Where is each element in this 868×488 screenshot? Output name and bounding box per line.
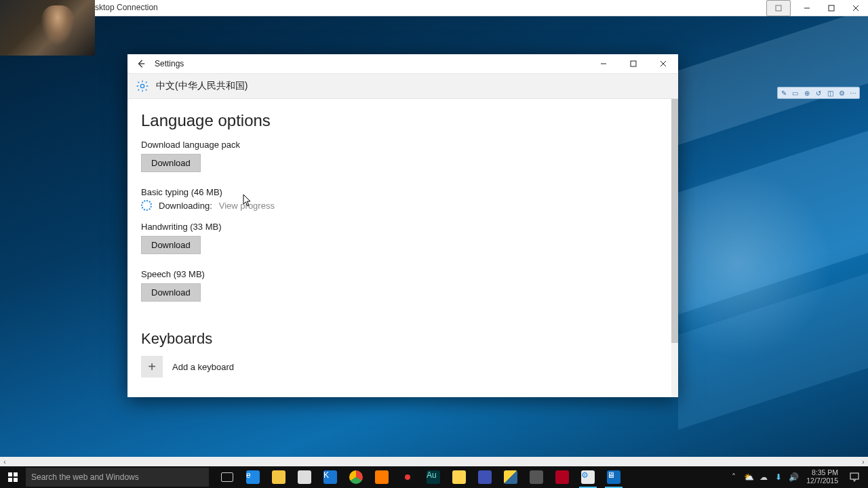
settings-titlebar: Settings <box>127 54 678 73</box>
action-center-button[interactable] <box>845 466 864 488</box>
rdc-close-button[interactable] <box>844 0 868 16</box>
svg-rect-13 <box>8 478 12 482</box>
language-name: 中文(中华人民共和国) <box>156 80 248 92</box>
taskbar-app-k[interactable]: K <box>317 466 343 488</box>
taskbar-app-settings[interactable]: ⚙ <box>575 466 601 488</box>
taskbar-app-rdc[interactable]: 🖥 <box>601 466 627 488</box>
svg-rect-14 <box>14 478 18 482</box>
annotation-toolbar[interactable]: ✎ ▭ ⊕ ↺ ◫ ⚙ ⋯ <box>777 87 860 99</box>
svg-rect-0 <box>776 5 781 11</box>
tool-icon[interactable]: ↺ <box>814 89 823 97</box>
settings-close-button[interactable] <box>648 54 678 73</box>
taskbar-app-grid[interactable] <box>524 466 549 488</box>
webcam-overlay <box>0 0 95 56</box>
rdc-title: sktop Connection <box>95 3 158 12</box>
speech-label: Speech (93 MB) <box>141 269 665 279</box>
start-button[interactable] <box>0 466 26 488</box>
svg-rect-2 <box>829 5 834 11</box>
taskbar-app-blocks[interactable] <box>472 466 498 488</box>
taskbar: Search the web and Windows e K Au ⚙ 🖥 ˄ … <box>0 466 868 488</box>
scrollbar[interactable] <box>671 99 678 397</box>
settings-body: Language options Download language pack … <box>127 99 678 397</box>
taskbar-app-notes[interactable] <box>446 466 472 488</box>
settings-minimize-button[interactable] <box>589 54 618 73</box>
taskbar-app-orange[interactable] <box>369 466 395 488</box>
rdc-minimize-button[interactable] <box>795 0 819 16</box>
tray-volume-icon[interactable]: 🔊 <box>787 471 800 483</box>
taskbar-date: 12/7/2015 <box>806 477 838 485</box>
tool-icon[interactable]: ✎ <box>780 89 788 97</box>
search-placeholder: Search the web and Windows <box>31 472 139 482</box>
settings-window: Settings 中文(中华人民共和国) Language options Do… <box>127 54 678 397</box>
remote-desktop: ✎ ▭ ⊕ ↺ ◫ ⚙ ⋯ Settings <box>0 16 868 466</box>
taskbar-clock[interactable]: 8:35 PM 12/7/2015 <box>802 469 842 485</box>
svg-point-10 <box>140 84 144 87</box>
download-lang-pack-button[interactable]: Download <box>141 154 201 172</box>
tool-icon[interactable]: ⋯ <box>849 89 857 97</box>
settings-title: Settings <box>155 59 184 68</box>
tool-icon[interactable]: ◫ <box>826 89 834 97</box>
system-tray: ˄ ⛅ ☁ ⬇ 🔊 8:35 PM 12/7/2015 <box>728 466 868 488</box>
downloading-status: Downloading: <box>159 201 212 211</box>
horizontal-scrollbar[interactable]: ‹ › <box>0 457 868 466</box>
scroll-left-icon[interactable]: ‹ <box>0 458 9 466</box>
taskbar-app-chrome[interactable] <box>343 466 369 488</box>
taskbar-app-red[interactable] <box>549 466 575 488</box>
wallpaper-beam <box>678 16 868 145</box>
mouse-cursor-icon <box>243 194 252 207</box>
tray-chevron-up-icon[interactable]: ˄ <box>728 471 740 483</box>
scrollbar-thumb[interactable] <box>671 99 678 343</box>
svg-rect-15 <box>850 473 859 479</box>
download-lang-pack-label: Download language pack <box>141 140 665 150</box>
keyboards-heading: Keyboards <box>141 330 665 348</box>
svg-rect-11 <box>8 472 12 476</box>
gear-icon <box>136 79 149 93</box>
svg-rect-7 <box>631 61 636 66</box>
plus-icon: + <box>141 356 163 378</box>
back-button[interactable] <box>127 54 155 73</box>
rdc-maximize-button[interactable] <box>819 0 844 16</box>
tool-icon[interactable]: ⚙ <box>837 89 846 97</box>
settings-header: 中文(中华人民共和国) <box>127 73 678 99</box>
taskbar-app-file-explorer[interactable] <box>266 466 292 488</box>
scroll-right-icon[interactable]: › <box>859 458 868 466</box>
add-keyboard-row[interactable]: + Add a keyboard <box>141 356 665 378</box>
tray-onedrive-icon[interactable]: ☁ <box>757 471 770 483</box>
tray-download-icon[interactable]: ⬇ <box>772 471 785 483</box>
handwriting-label: Handwriting (33 MB) <box>141 222 665 232</box>
add-keyboard-label: Add a keyboard <box>172 362 234 372</box>
taskbar-app-python[interactable] <box>498 466 524 488</box>
rdc-titlebar: sktop Connection <box>0 0 868 16</box>
taskbar-apps: e K Au ⚙ 🖥 <box>214 466 627 488</box>
taskbar-app-edge[interactable]: e <box>240 466 266 488</box>
spinner-icon <box>141 200 152 211</box>
tray-cloud-icon[interactable]: ⛅ <box>743 471 755 483</box>
settings-maximize-button[interactable] <box>618 54 648 73</box>
svg-rect-12 <box>14 472 18 476</box>
search-input[interactable]: Search the web and Windows <box>26 468 209 487</box>
tool-icon[interactable]: ⊕ <box>803 89 811 97</box>
task-view-button[interactable] <box>214 466 240 488</box>
taskbar-app-store[interactable] <box>292 466 317 488</box>
taskbar-app-audition[interactable]: Au <box>420 466 446 488</box>
download-speech-button[interactable]: Download <box>141 283 201 302</box>
basic-typing-label: Basic typing (46 MB) <box>141 187 665 197</box>
tool-icon[interactable]: ▭ <box>791 89 800 97</box>
taskbar-app-record[interactable] <box>395 466 420 488</box>
rdc-connection-bar-icon[interactable] <box>766 0 791 16</box>
download-handwriting-button[interactable]: Download <box>141 236 201 254</box>
language-options-heading: Language options <box>141 111 665 130</box>
